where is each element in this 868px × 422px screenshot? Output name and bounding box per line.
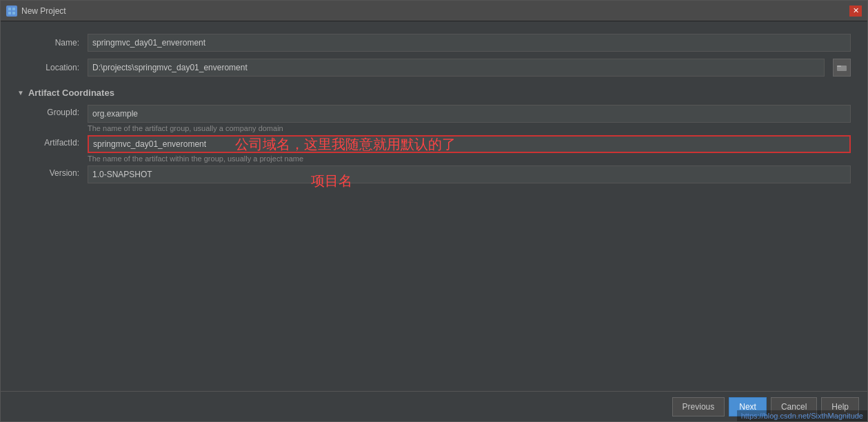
name-row: Name: [17, 34, 851, 52]
app-icon [6, 6, 17, 17]
location-label: Location: [17, 63, 79, 72]
groupid-hint: The name of the artifact group, usually … [88, 124, 851, 132]
location-input[interactable] [88, 59, 825, 77]
groupid-label: GroupId: [17, 105, 79, 117]
dialog-title: New Project [21, 6, 66, 16]
browse-button[interactable] [833, 59, 851, 77]
artifactid-label: ArtifactId: [17, 135, 79, 148]
name-label: Name: [17, 38, 79, 48]
svg-rect-0 [8, 8, 11, 10]
location-row: Location: [17, 59, 851, 77]
collapse-arrow-icon[interactable]: ▼ [17, 89, 24, 97]
artifact-section: GroupId: The name of the artifact group,… [17, 105, 851, 183]
groupid-row: GroupId: The name of the artifact group,… [17, 105, 851, 132]
svg-rect-3 [12, 12, 15, 14]
version-input[interactable] [88, 165, 851, 183]
title-bar-left: New Project [6, 6, 66, 17]
close-button[interactable]: ✕ [849, 6, 862, 17]
svg-rect-1 [12, 8, 15, 10]
artifactid-row: ArtifactId: The name of the artifact wit… [17, 135, 851, 163]
section-title: Artifact Coordinates [28, 88, 114, 98]
watermark-link: https://blog.csdn.net/SixthMagnitude [737, 410, 867, 421]
dialog-content: Name: Location: ▼ Artifact Coordinates G… [1, 21, 867, 391]
artifactid-hint: The name of the artifact within the grou… [88, 154, 851, 163]
version-row: Version: [17, 165, 851, 183]
svg-rect-2 [8, 12, 11, 14]
section-header: ▼ Artifact Coordinates [17, 88, 851, 98]
previous-button[interactable]: Previous [672, 397, 725, 416]
new-project-dialog: New Project ✕ Name: Location: ▼ Artifact… [0, 0, 868, 422]
version-input-group [88, 165, 851, 183]
name-input[interactable] [88, 34, 851, 52]
groupid-input-group: The name of the artifact group, usually … [88, 105, 851, 132]
artifactid-input-group: The name of the artifact within the grou… [88, 135, 851, 163]
svg-rect-5 [837, 66, 841, 67]
artifactid-input[interactable] [88, 135, 851, 153]
title-bar: New Project ✕ [1, 1, 867, 21]
version-label: Version: [17, 165, 79, 178]
groupid-input[interactable] [88, 105, 851, 123]
